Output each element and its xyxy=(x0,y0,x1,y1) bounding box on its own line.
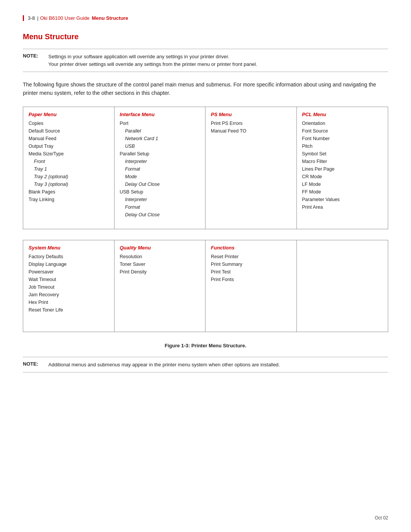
menu-row-1: Paper MenuCopiesDefault SourceManual Fee… xyxy=(23,107,388,229)
menu-item-3-0: Orientation xyxy=(302,120,383,127)
menu-item-0-3: Wait Timeout xyxy=(29,276,109,283)
menu-cell-1: Quality MenuResolutionToner SaverPrint D… xyxy=(115,240,206,332)
menu-cell-3: PCL MenuOrientationFont SourceFont Numbe… xyxy=(297,107,388,229)
page-footer: Oct 02 xyxy=(375,515,388,521)
menu-item-0-7: Tray 2 (optional) xyxy=(34,173,109,181)
page: 3-8 | Oki B6100 User Guide Menu Structur… xyxy=(0,0,411,532)
menu-item-0-3: Output Tray xyxy=(29,142,109,150)
menu-cell-0: System MenuFactory DefaultsDisplay Langu… xyxy=(23,240,115,332)
menu-item-2-0: Print PS Errors xyxy=(211,120,291,127)
menu-item-0-0: Factory Defaults xyxy=(29,253,109,260)
menu-row-2: System MenuFactory DefaultsDisplay Langu… xyxy=(23,240,388,332)
menu-item-0-6: Tray 1 xyxy=(34,165,109,173)
book-title: Oki B6100 User Guide xyxy=(40,15,89,21)
menu-item-0-1: Default Source xyxy=(29,127,109,135)
menu-title-2: Functions xyxy=(211,245,291,251)
figure-caption: Figure 1-3: Printer Menu Structure. xyxy=(23,343,388,348)
page-title: Menu Structure xyxy=(23,32,388,41)
menu-cell-3 xyxy=(297,240,388,332)
menu-title-0: System Menu xyxy=(29,245,109,251)
intro-paragraph: The following figure shows the structure… xyxy=(23,80,388,97)
menu-item-1-2: Print Density xyxy=(120,268,200,276)
menu-item-3-10: Parameter Values xyxy=(302,196,383,203)
menu-title-2: PS Menu xyxy=(211,112,291,117)
menu-item-3-5: Macro Filter xyxy=(302,158,383,165)
menu-item-1-2: Network Card 1 xyxy=(125,135,200,142)
chapter-title: Menu Structure xyxy=(92,15,128,21)
menu-item-1-0: Resolution xyxy=(120,253,200,260)
menu-item-1-0: Port xyxy=(120,120,200,127)
menu-cell-1: Interface MenuPortParallelNetwork Card 1… xyxy=(115,107,206,229)
menu-item-3-6: Lines Per Page xyxy=(302,165,383,173)
menu-item-3-7: CR Mode xyxy=(302,173,383,181)
menu-item-3-1: Font Source xyxy=(302,127,383,135)
menu-item-3-11: Print Area xyxy=(302,203,383,211)
menu-item-0-0: Copies xyxy=(29,120,109,127)
menu-item-3-9: FF Mode xyxy=(302,188,383,196)
menu-title-1: Quality Menu xyxy=(120,245,200,251)
note-box-1: NOTE: Settings in your software applicat… xyxy=(23,49,388,72)
menu-item-1-1: Parallel xyxy=(125,127,200,135)
menu-item-1-4: Parallel Setup xyxy=(120,150,200,158)
note-box-2: NOTE: Additional menus and submenus may … xyxy=(23,357,388,373)
menu-item-2-2: Print Test xyxy=(211,268,291,276)
menu-item-0-4: Media Size/Type xyxy=(29,150,109,158)
menu-item-3-2: Font Number xyxy=(302,135,383,142)
menu-item-1-8: Delay Out Close xyxy=(125,181,200,188)
menu-item-2-1: Print Summary xyxy=(211,260,291,268)
note-label-1: NOTE: xyxy=(23,53,44,59)
menu-item-1-6: Format xyxy=(125,165,200,173)
menu-item-2-3: Print Fonts xyxy=(211,276,291,283)
note-label-2: NOTE: xyxy=(23,361,44,367)
menu-item-0-2: Powersaver xyxy=(29,268,109,276)
menu-item-1-10: Interpreter xyxy=(125,196,200,203)
menu-item-3-3: Pitch xyxy=(302,142,383,150)
menu-item-3-8: LF Mode xyxy=(302,181,383,188)
menu-item-0-2: Manual Feed xyxy=(29,135,109,142)
menu-item-1-3: USB xyxy=(125,142,200,150)
menu-item-1-11: Format xyxy=(125,203,200,211)
menu-item-0-1: Display Language xyxy=(29,260,109,268)
menu-item-0-5: Jam Recovery xyxy=(29,291,109,299)
page-number: 3-8 xyxy=(28,15,35,21)
menu-item-2-0: Reset Printer xyxy=(211,253,291,260)
header-bar: 3-8 | Oki B6100 User Guide Menu Structur… xyxy=(23,15,388,21)
menu-item-1-12: Delay Out Close xyxy=(125,211,200,219)
note-text-1: Settings in your software application wi… xyxy=(48,53,257,68)
menu-title-1: Interface Menu xyxy=(120,112,200,117)
menu-item-0-4: Job Timeout xyxy=(29,283,109,291)
menu-item-0-7: Reset Toner Life xyxy=(29,306,109,314)
menu-title-3: PCL Menu xyxy=(302,112,383,117)
note-text-2: Additional menus and submenus may appear… xyxy=(48,361,280,369)
menu-title-0: Paper Menu xyxy=(29,112,109,117)
menu-item-1-7: Mode xyxy=(125,173,200,181)
menu-item-0-5: Front xyxy=(34,158,109,165)
menu-item-0-9: Blank Pages xyxy=(29,188,109,196)
menu-cell-2: PS MenuPrint PS ErrorsManual Feed TO xyxy=(206,107,297,229)
menu-item-2-1: Manual Feed TO xyxy=(211,127,291,135)
menu-item-1-1: Toner Saver xyxy=(120,260,200,268)
menu-item-1-5: Interpreter xyxy=(125,158,200,165)
menu-item-0-6: Hex Print xyxy=(29,299,109,306)
menu-cell-0: Paper MenuCopiesDefault SourceManual Fee… xyxy=(23,107,115,229)
menu-item-3-4: Symbol Set xyxy=(302,150,383,158)
menu-item-0-8: Tray 3 (optional) xyxy=(34,181,109,188)
menu-item-1-9: USB Setup xyxy=(120,188,200,196)
menu-item-0-10: Tray Linking xyxy=(29,196,109,203)
menu-cell-2: FunctionsReset PrinterPrint SummaryPrint… xyxy=(206,240,297,332)
